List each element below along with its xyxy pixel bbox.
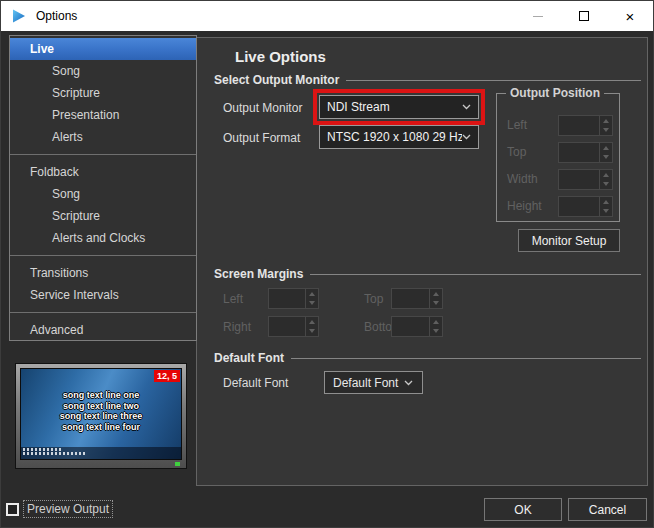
spin-down-icon xyxy=(433,329,439,333)
spin-up-icon xyxy=(309,292,315,296)
sidebar-item-foldback[interactable]: Foldback xyxy=(10,161,196,183)
minimize-button[interactable] xyxy=(515,1,561,31)
section-screen-margins: Screen Margins xyxy=(214,267,641,281)
chevron-down-icon xyxy=(462,134,471,140)
spin-up-icon xyxy=(433,320,439,324)
minimize-icon xyxy=(533,16,543,17)
sidebar-item-live-presentation[interactable]: Presentation xyxy=(10,104,196,126)
output-format-label: Output Format xyxy=(223,131,300,145)
preview-output-label: Preview Output xyxy=(25,502,111,516)
sidebar-item-foldback-song[interactable]: Song xyxy=(10,183,196,205)
position-left-label: Left xyxy=(507,118,527,132)
position-top-label: Top xyxy=(507,145,526,159)
margin-top-spinner xyxy=(391,288,443,309)
highlight-red-frame: NDI Stream xyxy=(313,89,485,125)
section-label: Screen Margins xyxy=(214,267,303,281)
lyric-line: song text line three xyxy=(21,411,181,422)
lyric-line: song text line one xyxy=(21,390,181,401)
lyric-line: song text line two xyxy=(21,401,181,412)
position-left-spinner xyxy=(558,115,613,136)
spin-up-icon xyxy=(603,200,609,204)
output-position-group: Output Position Left Top Width Height xyxy=(496,93,620,222)
preview-output-row: Preview Output xyxy=(6,502,111,516)
section-default-font: Default Font xyxy=(214,351,641,365)
section-label: Select Output Monitor xyxy=(214,73,339,87)
spin-up-icon xyxy=(603,146,609,150)
section-select-output-monitor: Select Output Monitor xyxy=(214,73,641,87)
output-position-label: Output Position xyxy=(506,86,604,100)
output-format-dropdown[interactable]: NTSC 1920 x 1080 29 Hz xyxy=(319,125,479,149)
sidebar-item-live-scripture[interactable]: Scripture xyxy=(10,82,196,104)
sidebar-item-foldback-scripture[interactable]: Scripture xyxy=(10,205,196,227)
preview-lyrics: song text line one song text line two so… xyxy=(21,390,181,432)
sidebar-divider xyxy=(10,255,196,256)
sidebar-item-live-song[interactable]: Song xyxy=(10,60,196,82)
margin-bottom-spinner xyxy=(391,316,443,337)
close-button[interactable]: × xyxy=(607,1,653,31)
sidebar-item-transitions[interactable]: Transitions xyxy=(10,262,196,284)
output-format-value: NTSC 1920 x 1080 29 Hz xyxy=(327,130,462,144)
position-width-label: Width xyxy=(507,172,538,186)
spin-down-icon xyxy=(309,301,315,305)
spin-up-icon xyxy=(433,292,439,296)
chevron-down-icon xyxy=(404,380,413,386)
debug-text-line xyxy=(23,448,63,451)
ok-button[interactable]: OK xyxy=(484,498,562,521)
default-font-label: Default Font xyxy=(223,376,288,390)
spin-down-icon xyxy=(603,182,609,186)
sidebar-item-alerts-and-clocks[interactable]: Alerts and Clocks xyxy=(10,227,196,249)
spin-up-icon xyxy=(309,320,315,324)
output-monitor-label: Output Monitor xyxy=(223,101,302,115)
spin-up-icon xyxy=(603,119,609,123)
output-monitor-dropdown[interactable]: NDI Stream xyxy=(319,95,479,119)
window-title: Options xyxy=(36,9,77,23)
preview-debug-bar xyxy=(21,447,181,459)
preview-output-checkbox[interactable] xyxy=(6,503,19,516)
position-height-spinner xyxy=(558,196,613,217)
sidebar-divider xyxy=(10,154,196,155)
margin-left-spinner xyxy=(268,288,319,309)
spin-up-icon xyxy=(603,173,609,177)
default-font-value: Default Font xyxy=(333,376,398,390)
page-title: Live Options xyxy=(235,48,326,65)
options-sidebar: Live Song Scripture Presentation Alerts … xyxy=(9,35,197,341)
monitor-setup-button[interactable]: Monitor Setup xyxy=(518,229,620,252)
spin-down-icon xyxy=(603,128,609,132)
output-monitor-value: NDI Stream xyxy=(327,100,462,114)
spin-down-icon xyxy=(433,301,439,305)
default-font-dropdown[interactable]: Default Font xyxy=(324,371,423,394)
section-rule xyxy=(291,358,641,359)
close-icon: × xyxy=(626,9,635,24)
margin-right-label: Right xyxy=(223,320,251,334)
margin-left-label: Left xyxy=(223,292,243,306)
sidebar-divider xyxy=(10,312,196,313)
title-bar[interactable]: Options × xyxy=(1,1,653,31)
position-width-spinner xyxy=(558,169,613,190)
sidebar-item-service-intervals[interactable]: Service Intervals xyxy=(10,284,196,306)
chevron-down-icon xyxy=(462,104,471,110)
maximize-button[interactable] xyxy=(561,1,607,31)
position-top-spinner xyxy=(558,142,613,163)
section-rule xyxy=(310,274,641,275)
position-height-label: Height xyxy=(507,199,542,213)
power-led-icon xyxy=(175,462,180,466)
sidebar-item-advanced[interactable]: Advanced xyxy=(10,319,196,341)
preview-monitor: 12, 5 song text line one song text line … xyxy=(15,363,187,469)
margin-top-label: Top xyxy=(364,292,383,306)
section-label: Default Font xyxy=(214,351,284,365)
debug-text-line xyxy=(23,452,85,455)
margin-right-spinner xyxy=(268,316,319,337)
options-dialog: Options × Live Song Scripture Presentati… xyxy=(0,0,654,528)
sidebar-item-live[interactable]: Live xyxy=(10,38,196,60)
slide-number-badge: 12, 5 xyxy=(154,370,180,382)
app-logo-icon xyxy=(11,8,27,24)
cancel-button[interactable]: Cancel xyxy=(568,498,647,521)
spin-down-icon xyxy=(603,209,609,213)
spin-down-icon xyxy=(309,329,315,333)
preview-screen: 12, 5 song text line one song text line … xyxy=(20,368,182,460)
lyric-line: song text line four xyxy=(21,422,181,433)
sidebar-item-live-alerts[interactable]: Alerts xyxy=(10,126,196,148)
maximize-icon xyxy=(579,11,589,21)
spin-down-icon xyxy=(603,155,609,159)
section-rule xyxy=(346,80,641,81)
